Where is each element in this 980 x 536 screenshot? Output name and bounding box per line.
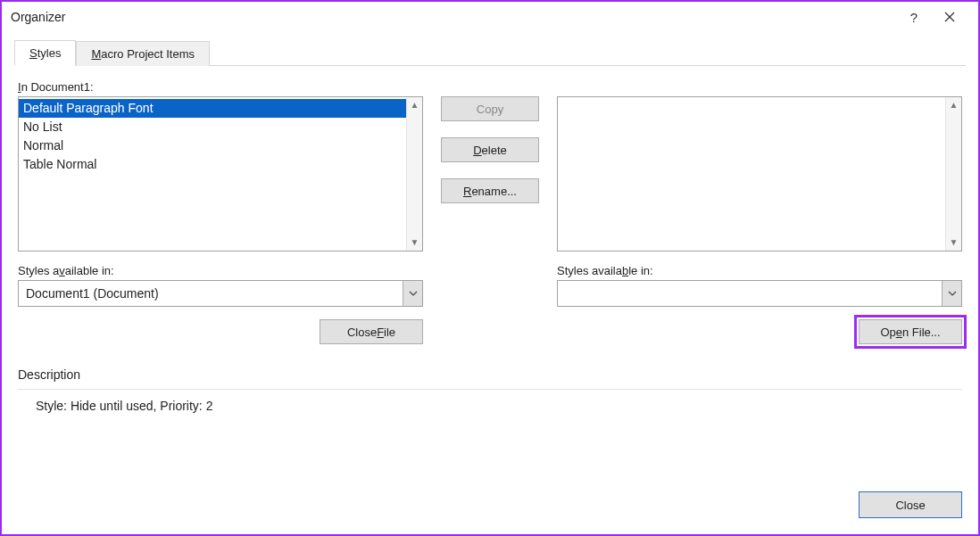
tab-macro-project-items[interactable]: Macro Project Items [76, 41, 210, 66]
right-in-label [557, 80, 962, 94]
open-file-button[interactable]: Open File... [859, 319, 962, 344]
organizer-dialog: Organizer ? Styles Macro Project Items I… [0, 0, 980, 536]
left-pane: In Document1: Default Paragraph Font No … [18, 77, 423, 344]
chevron-down-icon[interactable]: ▼ [950, 238, 959, 247]
list-item[interactable]: Normal [19, 136, 406, 155]
select-value: Document1 (Document) [19, 286, 403, 301]
chevron-up-icon[interactable]: ▲ [950, 101, 959, 110]
description-title: Description [18, 367, 962, 383]
right-available-label: Styles available in: [557, 264, 962, 277]
window-title: Organizer [11, 10, 896, 24]
left-available-label: Styles available in: [18, 264, 423, 277]
close-button[interactable]: Close [859, 491, 962, 518]
transfer-buttons: Copy Delete Rename... [432, 77, 548, 344]
divider [18, 389, 962, 390]
list-item[interactable]: Default Paragraph Font [19, 99, 406, 118]
rename-button[interactable]: Rename... [441, 178, 539, 203]
chevron-down-icon[interactable]: ▼ [411, 238, 419, 247]
scrollbar[interactable]: ▲ ▼ [945, 97, 961, 251]
right-available-select[interactable] [557, 280, 962, 307]
copy-button[interactable]: Copy [441, 96, 539, 121]
left-available-select[interactable]: Document1 (Document) [18, 280, 423, 307]
left-in-label: In Document1: [18, 80, 423, 94]
chevron-down-icon[interactable] [942, 281, 961, 306]
tab-strip: Styles Macro Project Items [14, 37, 966, 66]
help-icon[interactable]: ? [896, 4, 932, 30]
right-pane: ▲ ▼ Styles available in: [557, 77, 962, 344]
close-icon[interactable] [932, 4, 968, 30]
list-item[interactable]: No List [19, 118, 406, 136]
delete-button[interactable]: Delete [441, 137, 539, 162]
scrollbar[interactable]: ▲ ▼ [406, 97, 422, 251]
right-styles-listbox[interactable]: ▲ ▼ [557, 96, 962, 252]
chevron-down-icon[interactable] [403, 281, 422, 306]
left-styles-listbox[interactable]: Default Paragraph Font No List Normal Ta… [18, 96, 423, 252]
footer: Close [859, 491, 962, 518]
styles-panel: In Document1: Default Paragraph Font No … [14, 66, 966, 413]
close-file-button[interactable]: Close File [320, 319, 423, 344]
titlebar: Organizer ? [2, 2, 978, 32]
chevron-up-icon[interactable]: ▲ [411, 101, 419, 110]
description-body: Style: Hide until used, Priority: 2 [18, 399, 962, 413]
description-section: Description Style: Hide until used, Prio… [18, 367, 962, 413]
tab-styles[interactable]: Styles [14, 40, 76, 66]
list-item[interactable]: Table Normal [19, 155, 406, 174]
